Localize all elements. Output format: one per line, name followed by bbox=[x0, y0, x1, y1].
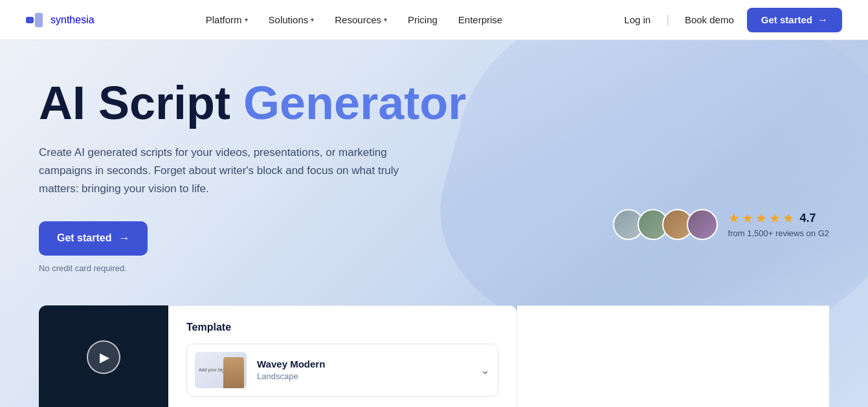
template-info: Wavey Modern Landscape bbox=[257, 358, 470, 381]
right-white-panel bbox=[517, 305, 829, 407]
resources-chevron-icon: ▾ bbox=[384, 16, 387, 23]
svg-rect-1 bbox=[35, 13, 43, 27]
solutions-chevron-icon: ▾ bbox=[311, 16, 314, 23]
nav-links: Platform ▾ Solutions ▾ Resources ▾ Prici… bbox=[197, 10, 512, 29]
nav-actions: Log in | Book demo Get started → bbox=[614, 8, 842, 32]
template-item[interactable]: Add your big title here Wavey Modern Lan… bbox=[186, 344, 498, 397]
nav-get-started-button[interactable]: Get started → bbox=[747, 8, 842, 32]
hero-bottom: ▶ Template Add your big title here Wavey… bbox=[39, 305, 829, 407]
template-person-decoration bbox=[223, 357, 244, 388]
template-thumbnail: Add your big title here bbox=[195, 352, 247, 388]
hero-rating: ★ ★ ★ ★ ★ 4.7 from 1,500+ reviews on G2 bbox=[613, 209, 829, 240]
hero-title: AI Script Generator bbox=[39, 79, 479, 128]
rating-score: 4.7 bbox=[800, 212, 816, 225]
play-button[interactable]: ▶ bbox=[87, 340, 120, 374]
nav-solutions[interactable]: Solutions ▾ bbox=[260, 10, 324, 29]
hero-no-cc-text: No credit card required. bbox=[39, 263, 127, 273]
nav-pricing[interactable]: Pricing bbox=[399, 10, 447, 29]
hero-cta-arrow-icon: → bbox=[118, 232, 129, 245]
logo[interactable]: synthesia bbox=[26, 13, 95, 27]
nav-cta-arrow-icon: → bbox=[818, 14, 828, 26]
navbar: synthesia Platform ▾ Solutions ▾ Resourc… bbox=[0, 0, 868, 40]
template-label: Template bbox=[186, 322, 498, 333]
hero-section: AI Script Generator Create AI generated … bbox=[0, 40, 868, 407]
avatar bbox=[687, 209, 718, 240]
template-sub: Landscape bbox=[257, 371, 470, 381]
hero-cta-group: Get started → No credit card required. bbox=[39, 221, 479, 273]
hero-title-highlight: Generator bbox=[243, 77, 466, 129]
nav-platform[interactable]: Platform ▾ bbox=[197, 10, 257, 29]
hero-subtitle: Create AI generated scripts for your vid… bbox=[39, 144, 401, 198]
star-icon: ★ bbox=[755, 210, 767, 226]
star-icon: ★ bbox=[742, 210, 753, 226]
template-card: Template Add your big title here Wavey M… bbox=[168, 305, 517, 407]
nav-resources[interactable]: Resources ▾ bbox=[326, 10, 396, 29]
book-demo-button[interactable]: Book demo bbox=[674, 9, 744, 30]
nav-enterprise[interactable]: Enterprise bbox=[449, 10, 511, 29]
hero-avatars bbox=[613, 209, 718, 240]
template-name: Wavey Modern bbox=[257, 358, 470, 369]
hero-content: AI Script Generator Create AI generated … bbox=[39, 79, 479, 273]
login-button[interactable]: Log in bbox=[614, 9, 661, 30]
svg-rect-0 bbox=[26, 17, 34, 23]
star-icon: ★ bbox=[728, 210, 740, 226]
hero-get-started-button[interactable]: Get started → bbox=[39, 221, 148, 256]
rating-info: ★ ★ ★ ★ ★ 4.7 from 1,500+ reviews on G2 bbox=[728, 210, 829, 238]
logo-text: synthesia bbox=[50, 14, 95, 26]
star-half-icon: ★ bbox=[783, 210, 794, 226]
star-icon: ★ bbox=[769, 210, 781, 226]
play-icon: ▶ bbox=[100, 349, 109, 365]
video-card: ▶ bbox=[39, 305, 168, 407]
platform-chevron-icon: ▾ bbox=[245, 16, 248, 23]
rating-text: from 1,500+ reviews on G2 bbox=[728, 228, 829, 238]
star-rating: ★ ★ ★ ★ ★ 4.7 bbox=[728, 210, 829, 226]
nav-separator: | bbox=[666, 13, 669, 27]
template-chevron-icon[interactable]: ⌄ bbox=[480, 363, 490, 377]
